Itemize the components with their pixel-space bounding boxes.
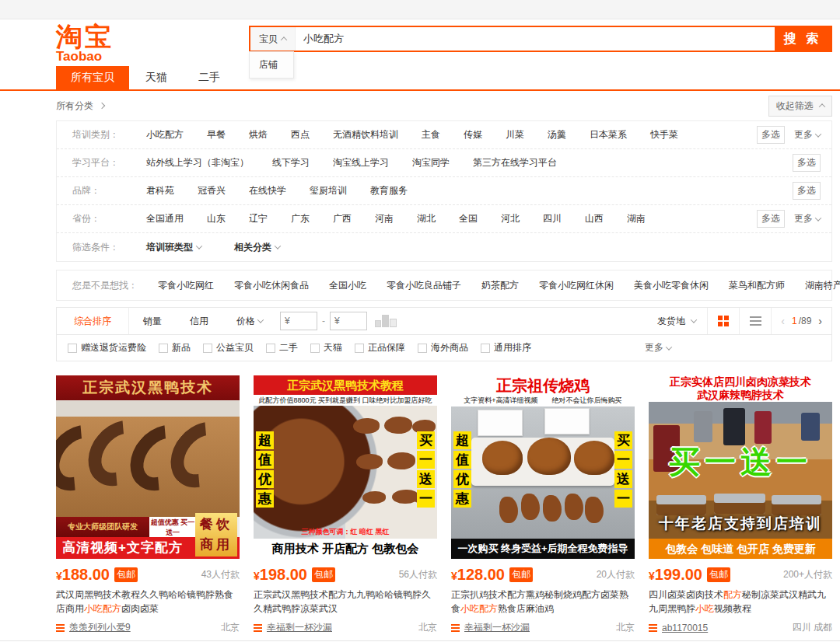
filter-option[interactable]: 线下学习: [272, 156, 310, 169]
filter-option[interactable]: 汤羹: [548, 128, 566, 141]
search-category-select[interactable]: 宝贝: [250, 27, 296, 51]
price-min-input[interactable]: [280, 312, 317, 330]
filter-option[interactable]: 辽宁: [249, 212, 268, 225]
filter-checkbox[interactable]: 赠送退货运费险: [68, 341, 146, 354]
next-page-button[interactable]: ›: [818, 315, 822, 327]
ship-from-filter[interactable]: 发货地: [657, 315, 696, 328]
filter-option[interactable]: 主食: [422, 128, 440, 141]
multiselect-button[interactable]: 多选: [793, 154, 821, 172]
shop-name-link[interactable]: 幸福剩一杯沙漏: [464, 621, 530, 634]
filter-checkbox[interactable]: 正品保障: [355, 341, 405, 354]
shop-name-link[interactable]: ab1170015: [662, 623, 708, 633]
suggestion-link[interactable]: 湖南特产小吃零食: [805, 279, 840, 292]
filter-checkbox[interactable]: 天猫: [310, 341, 342, 354]
prev-page-button[interactable]: ‹: [781, 315, 785, 327]
tab-secondhand[interactable]: 二手: [184, 66, 235, 89]
search-input[interactable]: [296, 27, 775, 51]
search-button[interactable]: 搜 索: [775, 27, 831, 51]
filter-option[interactable]: 烘焙: [249, 128, 268, 141]
filter-option[interactable]: 日本菜系: [590, 128, 627, 141]
product-image[interactable]: 正宗武汉黑鸭技术专业大师级团队研发超值优惠 买一送一餐饮商用高清视频+文字配方: [56, 375, 240, 559]
filter-option[interactable]: 小吃配方: [146, 128, 184, 141]
shop-icon: [451, 624, 460, 632]
suggestion-link[interactable]: 美食小吃零食休闲: [634, 279, 709, 292]
product-title[interactable]: 正宗扒鸡技术配方熏鸡秘制烧鸡配方卤菜熟食小吃配方熟食店麻油鸡: [451, 588, 635, 616]
filter-option[interactable]: 站外线上学习（非淘宝）: [146, 156, 249, 169]
filter-option[interactable]: 淘宝线上学习: [333, 156, 389, 169]
filter-option[interactable]: 河南: [375, 212, 394, 225]
search-category-option-shop[interactable]: 店铺: [250, 52, 293, 78]
filter-option[interactable]: 传媒: [464, 128, 482, 141]
filter-option[interactable]: 早餐: [207, 128, 226, 141]
free-shipping-badge: 包邮: [707, 567, 730, 582]
multiselect-button[interactable]: 多选: [793, 182, 821, 200]
filter-option[interactable]: 无酒精饮料培训: [333, 128, 398, 141]
filter-dropdown[interactable]: 培训班类型: [146, 241, 201, 254]
more-link[interactable]: 更多: [794, 212, 821, 225]
product-title[interactable]: 正宗武汉黑鸭技术配方九九鸭哈哈镜鸭脖久久精武鸭脖凉菜武汉: [254, 588, 437, 616]
shop-name-link[interactable]: 羡羡列列小爱9: [69, 621, 131, 634]
collapse-filters-button[interactable]: 收起筛选: [768, 96, 832, 117]
product-image[interactable]: 正宗祖传烧鸡文字资料+高清详细视频 绝对不会让你后悔购买超值优惠买一送一一次购买…: [451, 375, 635, 559]
filter-option[interactable]: 冠香兴: [198, 184, 226, 197]
shop-row: ab1170015四川 成都: [649, 621, 832, 634]
filter-option[interactable]: 君科苑: [146, 184, 174, 197]
suggestion-link[interactable]: 全国小吃: [329, 279, 366, 292]
sort-composite[interactable]: 综合排序: [57, 308, 129, 334]
product-title[interactable]: 武汉周黑鸭技术教程久久鸭哈哈镜鸭脖熟食店商用小吃配方卤肉卤菜: [56, 588, 240, 616]
filter-option[interactable]: 第三方在线学习平台: [473, 156, 557, 169]
filter-option[interactable]: 湖南: [627, 212, 646, 225]
list-view-button[interactable]: [740, 308, 771, 334]
product-title[interactable]: 四川卤菜卤肉技术配方秘制凉菜武汉精武九九周黑鸭脖小吃视频教程: [649, 588, 832, 616]
filter-checkbox[interactable]: 新品: [159, 341, 191, 354]
suggestion-link[interactable]: 奶茶配方: [481, 279, 519, 292]
price-max-input[interactable]: [330, 312, 367, 330]
filter-option[interactable]: 西点: [291, 128, 310, 141]
filter-option[interactable]: 玺厨培训: [310, 184, 347, 197]
suggestion-link[interactable]: 零食小吃网红休闲: [539, 279, 614, 292]
food-shape: [362, 491, 386, 504]
product-image[interactable]: 正宗武汉黑鸭技术教程此配方价值8800元 买到就是赚到 口味绝对比加盟店好吃超值…: [254, 375, 437, 559]
multiselect-button[interactable]: 多选: [757, 126, 785, 144]
more-link[interactable]: 更多: [645, 341, 671, 354]
suggestion-link[interactable]: 零食小吃休闲食品: [234, 279, 309, 292]
filter-option[interactable]: 淘宝同学: [412, 156, 450, 169]
filter-checkbox[interactable]: 二手: [266, 341, 298, 354]
filter-checkbox[interactable]: 通用排序: [481, 341, 531, 354]
tab-tmall[interactable]: 天猫: [131, 66, 182, 89]
vertical-char: 优: [453, 470, 471, 488]
taobao-logo[interactable]: 淘宝 Taobao: [56, 23, 114, 65]
filter-option[interactable]: 广西: [333, 212, 352, 225]
filter-option[interactable]: 广东: [291, 212, 310, 225]
more-link[interactable]: 更多: [794, 128, 821, 141]
suggestion-link[interactable]: 零食小吃网红: [158, 279, 214, 292]
filter-checkbox[interactable]: 海外商品: [418, 341, 468, 354]
price-histogram-icon[interactable]: [375, 315, 397, 327]
sort-credit[interactable]: 信用: [176, 308, 222, 334]
filter-option[interactable]: 湖北: [417, 212, 436, 225]
filter-option[interactable]: 全国通用: [146, 212, 184, 225]
filter-dropdown[interactable]: 相关分类: [234, 241, 280, 254]
shop-name-link[interactable]: 幸福剩一杯沙漏: [267, 621, 332, 634]
sort-price[interactable]: 价格: [222, 308, 277, 334]
filter-option[interactable]: 川菜: [506, 128, 524, 141]
filter-option[interactable]: 全国: [459, 212, 478, 225]
multiselect-button[interactable]: 多选: [757, 210, 785, 228]
suggestion-link[interactable]: 零食小吃良品铺子: [387, 279, 461, 292]
filter-option[interactable]: 河北: [501, 212, 520, 225]
filter-option[interactable]: 教育服务: [370, 184, 408, 197]
suggestion-link[interactable]: 菜鸟和配方师: [729, 279, 785, 292]
filter-option[interactable]: 在线快学: [249, 184, 286, 197]
product-image[interactable]: 正宗实体店四川卤肉凉菜技术武汉麻辣鸭脖技术买一送一十年老店支持到店培训包教会 包…: [649, 375, 832, 559]
filter-option[interactable]: 快手菜: [650, 128, 678, 141]
filter-checkbox[interactable]: 公益宝贝: [203, 341, 254, 354]
filter-option[interactable]: 四川: [543, 212, 562, 225]
tab-all-items[interactable]: 所有宝贝: [56, 66, 129, 89]
sort-sales[interactable]: 销量: [129, 308, 176, 334]
filter-option[interactable]: 山东: [207, 212, 226, 225]
banner-line: 武汉麻辣鸭脖技术: [649, 389, 832, 402]
filter-option[interactable]: 山西: [585, 212, 604, 225]
free-shipping-badge: 包邮: [509, 567, 533, 582]
all-categories-link[interactable]: 所有分类: [56, 99, 104, 113]
grid-view-button[interactable]: [708, 308, 739, 334]
